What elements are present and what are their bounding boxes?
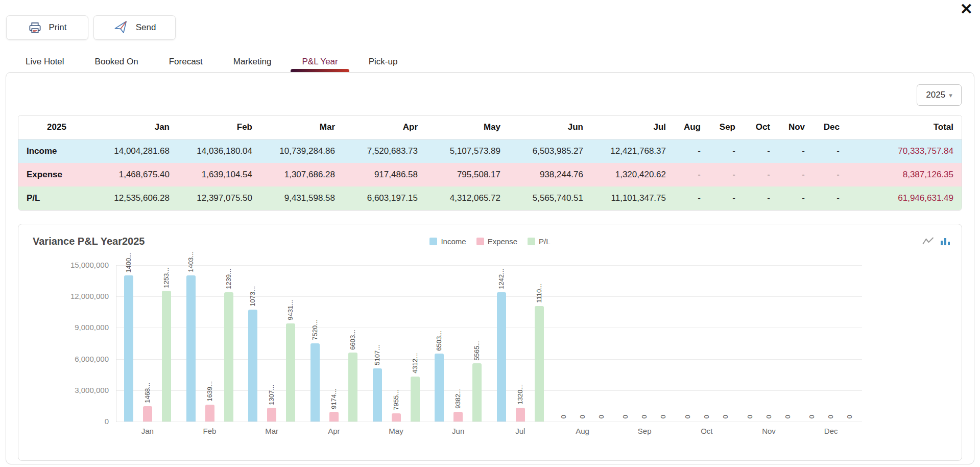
x-axis-label-jun: Jun (435, 427, 481, 435)
bar-value-label-p-l-may: 4312... (411, 353, 419, 373)
cell-p-l-aug: - (674, 186, 709, 210)
bar-income-jun[interactable] (435, 354, 444, 422)
bar-value-label-p-l-aug: 0 (597, 415, 606, 418)
legend-label-p-l: P/L (539, 237, 551, 246)
bar-income-may[interactable] (373, 368, 382, 422)
chart-header: Variance P&L Year2025 IncomeExpenseP/L (18, 224, 962, 256)
legend-item-income[interactable]: Income (429, 237, 466, 246)
cell-income-apr: 7,520,683.73 (343, 139, 426, 164)
cell-p-l-jun: 5,565,740.51 (509, 186, 591, 210)
screen: ✕ Print Send Live HotelBooke (0, 0, 980, 467)
gridline (116, 265, 862, 266)
bar-value-label-expense-sep: 0 (640, 415, 649, 418)
table-row-expense: Expense1,468,675.401,639,104.541,307,686… (18, 163, 962, 186)
bar-value-label-expense-aug: 0 (579, 415, 587, 418)
bar-value-label-p-l-oct: 0 (722, 415, 730, 418)
cell-expense-aug: - (674, 163, 709, 186)
bar-p-l-feb[interactable] (224, 292, 233, 422)
legend-swatch-income (429, 238, 437, 245)
cell-p-l-total: 61,946,631.49 (848, 186, 962, 210)
bar-value-label-income-dec: 0 (808, 415, 816, 418)
cell-income-jan: 14,004,281.68 (95, 139, 178, 164)
bar-p-l-apr[interactable] (348, 353, 357, 422)
bar-expense-mar[interactable] (267, 408, 276, 422)
line-chart-icon[interactable] (922, 237, 934, 246)
bar-income-feb[interactable] (186, 275, 196, 422)
bar-expense-jul[interactable] (516, 408, 525, 422)
bar-value-label-expense-nov: 0 (765, 415, 773, 418)
legend-swatch-p-l (528, 238, 535, 245)
table-header-row: 2025JanFebMarAprMayJunJulAugSepOctNovDec… (18, 115, 962, 139)
paper-plane-icon (112, 19, 130, 36)
close-button[interactable]: ✕ (957, 1, 976, 17)
tab-booked-on[interactable]: Booked On (80, 51, 154, 72)
cell-income-aug: - (674, 139, 709, 164)
bar-value-label-p-l-jul: 1110... (535, 284, 543, 303)
chart-card: Variance P&L Year2025 IncomeExpenseP/L (18, 224, 962, 461)
legend-item-p-l[interactable]: P/L (528, 237, 551, 246)
bar-p-l-jun[interactable] (472, 363, 482, 422)
bar-value-label-income-sep: 0 (622, 415, 630, 418)
x-axis-label-dec: Dec (808, 427, 854, 435)
cell-income-jun: 6,503,985.27 (509, 139, 591, 164)
bar-value-label-income-aug: 0 (560, 415, 568, 418)
bar-value-label-income-mar: 1073... (249, 286, 257, 307)
bar-expense-jan[interactable] (143, 406, 152, 422)
send-button[interactable]: Send (93, 15, 176, 40)
bar-value-label-p-l-mar: 9431... (286, 300, 295, 320)
cell-expense-jul: 1,320,420.62 (591, 163, 674, 186)
cell-p-l-feb: 12,397,075.50 (178, 186, 260, 210)
cell-expense-nov: - (778, 163, 813, 186)
bar-value-label-p-l-jan: 1253... (162, 268, 171, 288)
col-header-feb: Feb (178, 115, 260, 139)
bar-value-label-income-oct: 0 (684, 415, 692, 418)
bar-expense-apr[interactable] (329, 412, 339, 422)
bar-value-label-expense-jun: 9382... (454, 388, 462, 409)
bar-p-l-jan[interactable] (162, 291, 171, 422)
tab-forecast[interactable]: Forecast (154, 51, 218, 72)
year-value: 2025 (926, 90, 945, 100)
bar-value-label-expense-may: 7955... (392, 390, 400, 410)
col-header-oct: Oct (744, 115, 778, 139)
tab-marketing[interactable]: Marketing (218, 51, 287, 72)
bar-expense-may[interactable] (392, 413, 401, 422)
bar-value-label-income-apr: 7520... (311, 320, 319, 340)
legend-item-expense[interactable]: Expense (476, 237, 517, 246)
bar-expense-feb[interactable] (205, 405, 214, 422)
cell-income-oct: - (744, 139, 778, 164)
print-button[interactable]: Print (6, 15, 88, 40)
col-header-jul: Jul (591, 115, 674, 139)
cell-expense-jan: 1,468,675.40 (95, 163, 178, 186)
legend-swatch-expense (476, 238, 484, 245)
bar-value-label-expense-mar: 1307... (268, 385, 276, 405)
x-axis-label-mar: Mar (249, 427, 295, 435)
table-row-income: Income14,004,281.6814,036,180.0410,739,2… (18, 139, 962, 164)
bar-p-l-may[interactable] (411, 377, 420, 422)
cell-expense-feb: 1,639,104.54 (178, 163, 260, 186)
cell-income-nov: - (778, 139, 813, 164)
cell-income-total: 70,333,757.84 (848, 139, 962, 164)
bar-income-apr[interactable] (310, 343, 320, 422)
col-header-mar: Mar (260, 115, 343, 139)
row-label-expense: Expense (18, 163, 95, 186)
bar-expense-jun[interactable] (453, 412, 463, 422)
cell-p-l-jul: 11,101,347.75 (591, 186, 674, 210)
tab-live-hotel[interactable]: Live Hotel (10, 51, 80, 72)
bar-income-jan[interactable] (124, 275, 133, 422)
tab-pick-up[interactable]: Pick-up (353, 51, 413, 72)
bar-income-mar[interactable] (248, 310, 257, 422)
bar-value-label-expense-oct: 0 (703, 415, 711, 418)
cell-p-l-dec: - (813, 186, 848, 210)
legend-label-expense: Expense (488, 237, 517, 246)
table-row-p-l: P/L12,535,606.2812,397,075.509,431,598.5… (18, 186, 962, 210)
y-axis-tick: 0 (30, 417, 109, 426)
bar-chart-icon[interactable] (940, 237, 950, 246)
bar-p-l-mar[interactable] (286, 323, 295, 422)
year-selector[interactable]: 2025 ▾ (917, 84, 962, 106)
tab-p-l-year[interactable]: P&L Year (286, 51, 353, 72)
col-header-jan: Jan (95, 115, 178, 139)
cell-expense-may: 795,508.17 (426, 163, 509, 186)
bar-income-jul[interactable] (497, 292, 506, 422)
tab-bar: Live HotelBooked OnForecastMarketingP&L … (10, 51, 413, 72)
bar-p-l-jul[interactable] (535, 306, 544, 422)
